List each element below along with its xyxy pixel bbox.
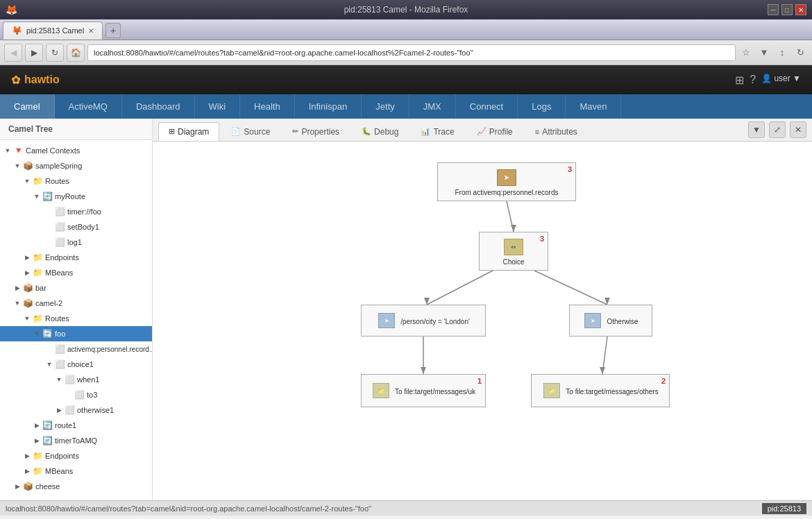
back-button[interactable]: ◀ — [4, 44, 22, 62]
hawtio-help-icon[interactable]: ? — [750, 74, 756, 87]
forward-button[interactable]: ▶ — [25, 44, 43, 62]
tab-close-button[interactable]: ✕ — [88, 27, 94, 35]
hawtio-user-icon[interactable]: 👤 user ▼ — [761, 74, 801, 87]
tree-item-cheese[interactable]: ▶ 📦 cheese — [0, 479, 152, 494]
label-camel-contexts: Camel Contexts — [26, 146, 80, 155]
toggle-when1[interactable]: ▼ — [54, 375, 64, 384]
close-panel-btn[interactable]: ✕ — [790, 121, 806, 138]
choice-node-label: Choice — [502, 258, 524, 266]
close-button[interactable]: ✕ — [795, 4, 806, 15]
label-timertoamq: timerToAMQ — [55, 436, 97, 445]
hawtio-logo-icon: ✿ — [11, 74, 20, 87]
main-tab-health[interactable]: Health — [240, 94, 295, 119]
nav-extra-icon[interactable]: ↕ — [775, 45, 790, 60]
refresh-icon[interactable]: ↻ — [793, 45, 808, 60]
hawtio-screen-icon[interactable]: ⊞ — [735, 74, 744, 87]
toggle-samplespring[interactable]: ▼ — [12, 161, 22, 171]
toggle-timertoamq[interactable]: ▶ — [32, 436, 42, 445]
main-tab-wiki[interactable]: Wiki — [195, 94, 241, 119]
tree-item-mbeans-2[interactable]: ▶ 📁 MBeans — [0, 463, 152, 479]
toggle-choice1[interactable]: ▼ — [44, 359, 54, 369]
tree-item-samplespring[interactable]: ▼ 📦 sampleSpring — [0, 158, 152, 173]
main-tab-jmx[interactable]: JMX — [409, 94, 456, 119]
firefox-icon: 🦊 — [6, 4, 17, 15]
main-tab-jetty[interactable]: Jetty — [362, 94, 409, 119]
sub-tab-source[interactable]: 📄 Source — [221, 122, 280, 141]
sub-tab-debug[interactable]: 🐛 Debug — [351, 122, 409, 141]
reload-button[interactable]: ↻ — [46, 44, 64, 62]
label-mbeans-1: MBeans — [45, 269, 73, 277]
tree-item-route1[interactable]: ▶ 🔄 route1 — [0, 418, 152, 433]
new-tab-button[interactable]: + — [105, 23, 121, 38]
tree-item-when1[interactable]: ▼ ⬜ when1 — [0, 372, 152, 387]
dropdown-btn[interactable]: ▼ — [748, 121, 765, 138]
tree-item-foo[interactable]: ▼ 🔄 foo — [0, 326, 152, 341]
diagram-node-choice[interactable]: 3 ⇔ Choice — [479, 232, 548, 271]
toggle-routes-1[interactable]: ▼ — [22, 176, 32, 186]
restore-button[interactable]: □ — [781, 4, 793, 15]
browser-tab-active[interactable]: 🦊 pid:25813 Camel ✕ — [3, 22, 103, 40]
tree-item-log1[interactable]: ▶ ⬜ log1 — [0, 235, 152, 250]
icon-setbody1: ⬜ — [54, 221, 65, 232]
home-button[interactable]: 🏠 — [67, 44, 85, 62]
tree-item-timertoamq[interactable]: ▶ 🔄 timerToAMQ — [0, 433, 152, 448]
diagram-node-to-uk[interactable]: 1 📁 To file:target/messages/uk — [361, 374, 486, 407]
sub-tab-profile[interactable]: 📈 Profile — [466, 122, 523, 141]
tree-item-endpoints-2[interactable]: ▶ 📁 Endpoints — [0, 448, 152, 463]
toggle-endpoints-1[interactable]: ▶ — [22, 253, 32, 262]
tree-item-otherwise1[interactable]: ▶ ⬜ otherwise1 — [0, 402, 152, 418]
tree-item-routes-2[interactable]: ▼ 📁 Routes — [0, 311, 152, 326]
choice-node-inner: ⇔ Choice — [480, 232, 548, 270]
navigation-bar: ◀ ▶ ↻ 🏠 ☆ ▼ ↕ ↻ — [0, 40, 812, 65]
tree-item-routes-1[interactable]: ▼ 📁 Routes — [0, 173, 152, 189]
popout-btn[interactable]: ⤢ — [769, 121, 786, 138]
main-tab-infinispan[interactable]: Infinispan — [295, 94, 362, 119]
tree-item-camel-2[interactable]: ▼ 📦 camel-2 — [0, 296, 152, 311]
toggle-endpoints-2[interactable]: ▶ — [22, 451, 32, 461]
tree-item-myroute[interactable]: ▼ 🔄 myRoute — [0, 189, 152, 204]
toggle-routes-2[interactable]: ▼ — [22, 314, 32, 323]
bookmark-icon[interactable]: ☆ — [738, 45, 754, 60]
toggle-route1[interactable]: ▶ — [32, 420, 42, 430]
sub-tab-attributes[interactable]: ≡ Attributes — [525, 122, 588, 141]
url-bar[interactable] — [87, 44, 736, 61]
bookmark-list-icon[interactable]: ▼ — [756, 45, 772, 60]
main-tab-camel[interactable]: Camel — [0, 94, 55, 119]
tree-item-to3[interactable]: ▶ ⬜ to3 — [0, 387, 152, 402]
toggle-camel-contexts[interactable]: ▼ — [3, 146, 12, 155]
label-when1: when1 — [77, 375, 99, 384]
tree-item-mbeans-1[interactable]: ▶ 📁 MBeans — [0, 265, 152, 280]
main-tab-logs[interactable]: Logs — [518, 94, 566, 119]
sub-tab-trace[interactable]: 📊 Trace — [410, 122, 464, 141]
diagram-node-otherwise[interactable]: ➤ Otherwise — [569, 305, 652, 337]
main-tab-maven[interactable]: Maven — [566, 94, 621, 119]
sub-tab-diagram[interactable]: ⊞ Diagram — [158, 122, 219, 141]
icon-log1: ⬜ — [54, 237, 65, 248]
tree-item-setbody1[interactable]: ▶ ⬜ setBody1 — [0, 219, 152, 235]
toggle-bar[interactable]: ▶ — [12, 283, 22, 293]
tab-favicon: 🦊 — [12, 26, 22, 35]
toggle-mbeans-2[interactable]: ▶ — [22, 466, 32, 476]
sub-tab-properties[interactable]: ✏ Properties — [282, 122, 350, 141]
tree-item-bar[interactable]: ▶ 📦 bar — [0, 280, 152, 296]
toggle-camel-2[interactable]: ▼ — [12, 298, 22, 308]
toggle-myroute[interactable]: ▼ — [32, 192, 42, 201]
minimize-button[interactable]: ─ — [768, 4, 779, 15]
diagram-node-to-others[interactable]: 2 📁 To file:target/messages/others — [531, 374, 670, 407]
main-tab-connect[interactable]: Connect — [456, 94, 518, 119]
toggle-mbeans-1[interactable]: ▶ — [22, 268, 32, 278]
diagram-node-when[interactable]: ➤ /person/city = 'London' — [361, 305, 486, 337]
toggle-cheese[interactable]: ▶ — [12, 482, 22, 491]
diagram-node-from[interactable]: 3 ➤ From activemq:personnel.records — [437, 162, 576, 201]
sub-tabs-bar: ⊞ Diagram 📄 Source ✏ Properties 🐛 Debug … — [153, 119, 812, 142]
tree-item-camel-contexts[interactable]: ▼ 🔻 Camel Contexts — [0, 143, 152, 158]
tree-item-endpoints-1[interactable]: ▶ 📁 Endpoints — [0, 250, 152, 265]
tree-item-timer-foo[interactable]: ▶ ⬜ timer://foo — [0, 204, 152, 219]
tree-item-activemq-node[interactable]: ▶ ⬜ activemq:personnel.record... — [0, 341, 152, 357]
icon-camel-2: 📦 — [22, 298, 33, 309]
toggle-otherwise1[interactable]: ▶ — [54, 405, 64, 415]
tree-item-choice1[interactable]: ▼ ⬜ choice1 — [0, 357, 152, 372]
toggle-foo[interactable]: ▼ — [32, 329, 42, 339]
main-tab-dashboard[interactable]: Dashboard — [122, 94, 195, 119]
main-tab-activemq[interactable]: ActiveMQ — [55, 94, 122, 119]
